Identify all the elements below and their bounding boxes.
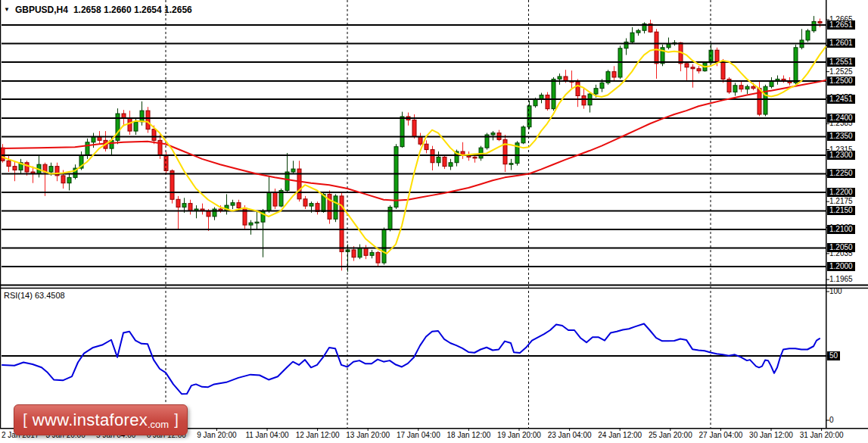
watermark-open-bracket: [ <box>23 411 27 429</box>
price-tick-label: 1.2525 <box>829 67 853 76</box>
watermark-domain-text: www.instaforex <box>33 410 148 430</box>
time-tick-label: 9 Jan 20:00 <box>197 431 236 439</box>
time-tick-label: 30 Jan 12:00 <box>749 431 793 439</box>
time-tick-label: 24 Jan 12:00 <box>598 431 642 439</box>
price-tick-label: 1.2175 <box>829 197 853 206</box>
price-level-label: 1.2651 <box>827 20 855 30</box>
price-level-label: 1.2150 <box>827 206 855 215</box>
price-level-label: 1.2100 <box>827 225 855 234</box>
price-level-label: 1.2200 <box>827 188 855 197</box>
price-level-label: 1.2300 <box>827 151 855 160</box>
chart-dropdown-icon[interactable]: ▼ <box>4 7 10 13</box>
price-level-label: 1.2400 <box>827 114 855 123</box>
time-tick-label: 25 Jan 20:00 <box>649 431 692 439</box>
time-tick-label: 19 Jan 20:00 <box>497 431 541 439</box>
time-tick-label: 23 Jan 04:00 <box>548 431 592 439</box>
time-tick-label: 31 Jan 20:00 <box>800 431 844 439</box>
symbol-info-bar: ▼ GBPUSD,H4 1.2658 1.2660 1.2654 1.2656 <box>4 5 192 15</box>
time-tick-label: 18 Jan 12:00 <box>446 431 490 439</box>
instaforex-watermark: [ www.instaforex .com ] <box>14 404 188 435</box>
watermark-close-bracket: ] <box>174 411 179 429</box>
watermark-tld-text: .com <box>148 419 169 430</box>
price-level-label: 1.2350 <box>827 132 855 141</box>
price-level-label: 1.2601 <box>827 39 855 48</box>
time-tick-label: 27 Jan 04:00 <box>698 431 742 439</box>
time-tick-label: 12 Jan 12:00 <box>296 431 340 439</box>
price-tick-label: 1.1965 <box>829 275 853 284</box>
price-level-label: 1.2000 <box>827 262 855 271</box>
price-level-label: 1.2500 <box>827 76 855 86</box>
price-level-label: 1.2050 <box>827 243 855 252</box>
rsi-indicator-label: RSI(14) 63.4508 <box>4 291 65 300</box>
rsi-tick-label: 50 <box>827 351 840 360</box>
chart-canvas[interactable] <box>0 0 868 443</box>
ohlc-quotes-label: 1.2658 1.2660 1.2654 1.2656 <box>73 5 192 15</box>
price-level-label: 1.2451 <box>827 95 855 104</box>
time-tick-label: 11 Jan 04:00 <box>245 431 288 439</box>
time-tick-label: 13 Jan 20:00 <box>346 431 390 439</box>
chart-window: ▼ GBPUSD,H4 1.2658 1.2660 1.2654 1.2656 … <box>0 0 868 443</box>
symbol-timeframe-label: GBPUSD,H4 <box>15 5 68 15</box>
rsi-tick-label: 100 <box>829 287 842 296</box>
price-level-label: 1.2250 <box>827 169 855 178</box>
rsi-tick-label: 0 <box>829 416 834 425</box>
price-level-label: 1.2551 <box>827 58 855 67</box>
time-tick-label: 17 Jan 04:00 <box>397 431 440 439</box>
